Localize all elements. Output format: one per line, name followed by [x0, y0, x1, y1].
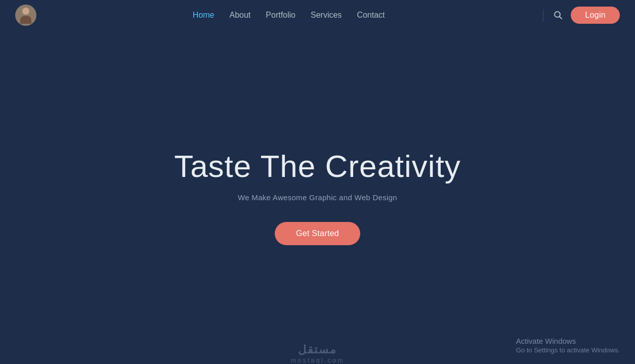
nav-menu: Home About Portfolio Services Contact	[193, 11, 385, 20]
logo-avatar	[15, 5, 36, 26]
nav-link-about[interactable]: About	[230, 11, 251, 19]
nav-item-portfolio[interactable]: Portfolio	[266, 11, 295, 20]
nav-item-services[interactable]: Services	[311, 11, 342, 20]
avatar-body	[20, 16, 31, 24]
navbar: Home About Portfolio Services Contact Lo…	[0, 0, 635, 30]
nav-item-about[interactable]: About	[230, 11, 251, 20]
windows-notice-title: Activate Windows	[516, 337, 620, 345]
navbar-right: Login	[541, 7, 620, 24]
nav-link-home[interactable]: Home	[193, 11, 215, 19]
navbar-brand	[15, 5, 36, 26]
get-started-button[interactable]: Get Started	[275, 222, 360, 245]
hero-title: Taste The Creativity	[174, 149, 461, 184]
windows-notice-subtitle: Go to Settings to activate Windows.	[516, 346, 620, 354]
login-button[interactable]: Login	[571, 7, 620, 24]
hero-section: Taste The Creativity We Make Awesome Gra…	[0, 30, 635, 364]
navbar-logo	[15, 5, 36, 26]
nav-link-portfolio[interactable]: Portfolio	[266, 11, 295, 19]
svg-line-1	[560, 17, 562, 19]
nav-item-home[interactable]: Home	[193, 11, 215, 20]
watermark: مستقل mostaql.com	[290, 343, 345, 364]
search-icon[interactable]	[554, 11, 563, 20]
nav-separator	[543, 9, 543, 21]
nav-link-contact[interactable]: Contact	[357, 11, 385, 19]
avatar-head	[22, 8, 29, 15]
hero-subtitle: We Make Awesome Graphic and Web Design	[238, 193, 397, 202]
watermark-line1: مستقل	[298, 343, 337, 356]
nav-link-services[interactable]: Services	[311, 11, 342, 19]
windows-activation-notice: Activate Windows Go to Settings to activ…	[516, 337, 620, 354]
nav-item-contact[interactable]: Contact	[357, 11, 385, 20]
watermark-line2: mostaql.com	[290, 356, 345, 364]
